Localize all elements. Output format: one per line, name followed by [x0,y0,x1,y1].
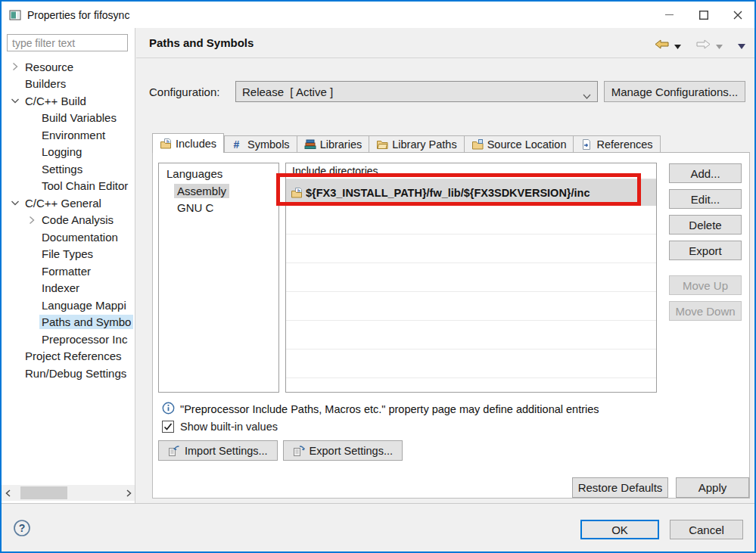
include-directories-column-header: Include directories [286,163,656,179]
chevron-placeholder [24,333,39,345]
show-built-in-values-row: Show built-in values [162,421,278,433]
sidebar-item-paths-and-symbo[interactable]: Paths and Symbo [24,314,135,331]
export-button[interactable]: Export [669,241,742,260]
move-up-button: Move Up [669,275,742,295]
list-action-buttons: Add...Edit...DeleteExportMove UpMove Dow… [669,163,742,327]
include-directory-row[interactable]: h${FX3_INSTALL_PATH}/fw_lib/${FX3SDKVERS… [286,179,656,206]
forward-menu-icon[interactable] [716,39,723,52]
chevron-placeholder [24,248,39,260]
chevron-placeholder [24,129,39,141]
sidebar-item-settings[interactable]: Settings [24,160,135,178]
tree-horizontal-scrollbar[interactable] [2,485,135,501]
export-settings-icon [293,445,305,457]
tab-library-paths[interactable]: Library Paths [369,135,464,153]
sidebar-item-logging[interactable]: Logging [24,144,135,161]
tab-label: Library Paths [392,138,456,151]
sidebar-item-build-variables[interactable]: Build Variables [24,110,135,127]
sidebar-item-builders[interactable]: Builders [8,76,135,93]
show-built-in-values-checkbox[interactable] [162,421,174,433]
tab-source-location[interactable]: Source Location [465,135,574,153]
cancel-button[interactable]: Cancel [670,520,743,539]
chevron-placeholder [24,163,39,175]
filter-input[interactable] [7,34,128,51]
help-icon[interactable]: ? [13,519,31,537]
delete-button[interactable]: Delete [669,215,742,235]
import-settings-button[interactable]: Import Settings... [158,440,278,461]
chevron-expanded-icon[interactable] [8,197,23,209]
chevron-placeholder [24,299,39,311]
info-line: "Preprocessor Include Paths, Macros etc.… [162,402,599,417]
chevron-collapsed-icon[interactable] [8,61,23,73]
sidebar-item-code-analysis[interactable]: Code Analysis [24,212,135,229]
ok-button[interactable]: OK [580,520,659,539]
chevron-placeholder [24,282,39,294]
maximize-button[interactable] [686,2,720,28]
scroll-left-icon[interactable] [2,485,14,501]
tab-references[interactable]: References [574,135,660,153]
includes-icon: h [160,138,172,150]
tab-label: References [596,138,652,151]
navigation-panel: ResourceBuildersC/C++ BuildBuild Variabl… [2,28,135,503]
sidebar-item-environment[interactable]: Environment [24,126,135,144]
chevron-collapsed-icon[interactable] [24,214,39,226]
sidebar-item-preprocessor-inc[interactable]: Preprocessor Inc [24,331,135,348]
includes-tab-content: Languages AssemblyGNU C Include director… [152,152,750,499]
settings-button-label: Import Settings... [185,445,268,457]
tab-libraries[interactable]: Libraries [297,135,370,153]
sidebar-item-run-debug-settings[interactable]: Run/Debug Settings [8,365,135,382]
manage-configurations-button[interactable]: Manage Configurations... [604,81,745,102]
language-item-assembly[interactable]: Assembly [174,184,229,198]
sidebar-item-project-references[interactable]: Project References [8,348,135,365]
restore-defaults-button[interactable]: Restore Defaults [572,477,668,498]
libraries-icon [304,138,316,151]
sidebar-item-documentation[interactable]: Documentation [24,228,135,246]
scrollbar-thumb[interactable] [20,486,67,499]
sidebar-item-label: C/C++ General [23,196,104,210]
sidebar-item-label: Resource [23,60,76,74]
configuration-value: Release [ Active ] [242,85,333,98]
include-directories-rows: h${FX3_INSTALL_PATH}/fw_lib/${FX3SDKVERS… [286,179,656,206]
scroll-right-icon[interactable] [122,485,135,501]
sidebar-item-label: Build Variables [39,110,119,125]
forward-icon[interactable] [696,39,711,52]
edit-button[interactable]: Edit... [669,189,742,209]
sidebar-item-tool-chain-editor[interactable]: Tool Chain Editor [24,178,135,195]
tab-label: Symbols [247,138,290,151]
chevron-placeholder [8,78,23,90]
tab-symbols[interactable]: #Symbols [224,135,297,153]
sidebar-item-formatter[interactable]: Formatter [24,263,135,280]
configuration-label: Configuration: [149,85,219,98]
back-icon[interactable] [655,39,669,52]
back-menu-icon[interactable] [674,39,681,52]
tab-bar: hIncludes#SymbolsLibrariesLibrary PathsS… [152,133,661,153]
view-menu-icon[interactable] [738,39,745,52]
chevron-placeholder [24,180,39,192]
sidebar-item-language-mappi[interactable]: Language Mappi [24,297,135,314]
scrollbar-track[interactable] [14,485,122,501]
sidebar-item-label: Formatter [39,264,93,278]
tab-includes[interactable]: hIncludes [152,133,224,153]
sidebar-item-indexer[interactable]: Indexer [24,280,135,297]
symbols-icon: # [232,138,244,151]
properties-dialog-icon [9,9,21,21]
languages-header: Languages [159,163,278,182]
sidebar-item-c-c-build[interactable]: C/C++ Build [8,92,135,110]
language-item-gnu-c[interactable]: GNU C [174,200,216,215]
sidebar-item-resource[interactable]: Resource [8,58,135,76]
tab-label: Includes [176,138,216,150]
close-button[interactable] [720,2,754,28]
configuration-select[interactable]: Release [ Active ] [235,81,598,102]
chevron-expanded-icon[interactable] [8,95,23,107]
apply-button[interactable]: Apply [676,477,749,498]
sidebar-item-file-types[interactable]: File Types [24,246,135,263]
minimize-button[interactable] [652,2,686,28]
sidebar-item-label: Preprocessor Inc [39,332,129,346]
properties-tree: ResourceBuildersC/C++ BuildBuild Variabl… [2,58,135,382]
chevron-placeholder [8,350,23,362]
sidebar-item-c-c-general[interactable]: C/C++ General [8,194,135,212]
window-controls [652,2,754,28]
export-settings-button[interactable]: Export Settings... [283,440,403,461]
add-button[interactable]: Add... [669,163,742,183]
show-built-in-values-label: Show built-in values [180,421,278,433]
include-path-icon: h [291,187,303,199]
